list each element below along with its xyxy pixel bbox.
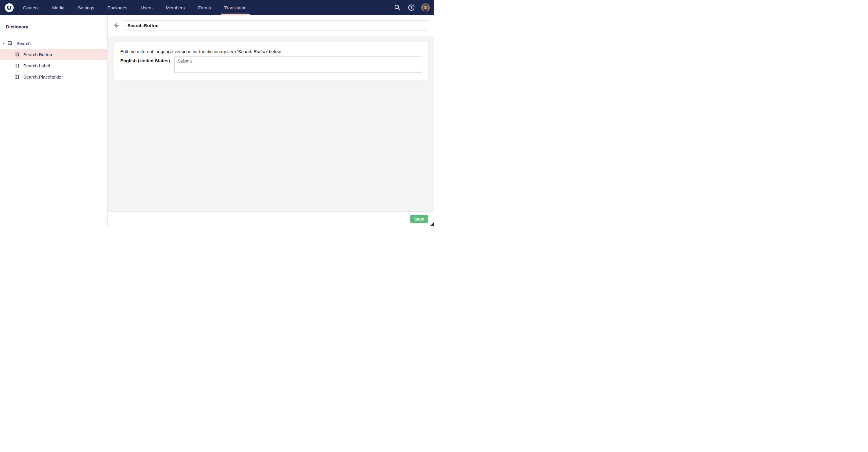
corner-artifact (430, 222, 434, 226)
tree-item-search-placeholder[interactable]: Search.Placeholder (0, 71, 107, 83)
tree-item-search-label[interactable]: Search.Label (0, 60, 107, 71)
umbraco-backoffice: Content Media Settings Packages Users Me… (0, 0, 434, 226)
top-navigation: Content Media Settings Packages Users Me… (0, 0, 434, 15)
tab-users[interactable]: Users (141, 0, 152, 15)
section-tabs: Content Media Settings Packages Users Me… (23, 0, 434, 15)
tab-media-label: Media (52, 5, 65, 10)
editor-panel: Edit the different language versions for… (108, 15, 434, 226)
editor-header (108, 15, 434, 36)
back-arrow-icon[interactable] (112, 21, 121, 30)
umbraco-logo-glyph (5, 3, 13, 12)
svg-text:?: ? (410, 5, 412, 10)
book-icon (14, 74, 20, 80)
search-icon[interactable] (394, 4, 401, 11)
book-icon (7, 40, 13, 46)
tab-content-label: Content (23, 5, 39, 10)
tree-item-label: Search (16, 41, 31, 46)
caret-down-icon[interactable]: ▾ (2, 42, 6, 45)
tab-packages-label: Packages (107, 5, 128, 10)
dictionary-tree: ▾ Search Search.Button Searc (0, 38, 107, 83)
description-item-name: Search.Button (238, 49, 267, 54)
tab-settings-label: Settings (78, 5, 94, 10)
help-icon[interactable]: ? (407, 4, 415, 11)
tree-item-label: Search.Button (23, 52, 52, 57)
tree-item-search-button[interactable]: Search.Button (0, 49, 107, 60)
book-icon (14, 63, 20, 69)
description-prefix: Edit the different language versions for… (120, 49, 238, 54)
translation-value-textarea[interactable]: Submit (175, 57, 422, 72)
tree-item-label: Search.Placeholder (23, 74, 63, 79)
user-avatar[interactable] (421, 3, 430, 12)
translation-card: Edit the different language versions for… (114, 42, 428, 80)
tree-item-search[interactable]: ▾ Search (0, 38, 107, 49)
language-row: English (United States) Submit (120, 57, 422, 72)
tab-content[interactable]: Content (23, 0, 39, 15)
tab-members-label: Members (166, 5, 185, 10)
tab-packages[interactable]: Packages (107, 0, 128, 15)
tab-users-label: Users (141, 5, 152, 10)
description-suffix: ' below (267, 49, 281, 54)
editor-content-area: Edit the different language versions for… (108, 36, 434, 212)
tab-forms-label: Forms (198, 5, 211, 10)
umbraco-logo-icon[interactable] (5, 3, 13, 12)
tree-item-label: Search.Label (23, 63, 50, 68)
tab-settings[interactable]: Settings (78, 0, 94, 15)
tab-media[interactable]: Media (52, 0, 65, 15)
tab-forms[interactable]: Forms (198, 0, 211, 15)
sidebar-title: Dictionary (6, 24, 107, 29)
tab-members[interactable]: Members (166, 0, 185, 15)
tab-translation[interactable]: Translation (224, 0, 247, 15)
save-button[interactable]: Save (410, 215, 428, 223)
dictionary-sidebar: Dictionary ▾ Search Search.Button (0, 15, 107, 226)
editor-footer: Save (108, 212, 434, 226)
tab-translation-label: Translation (224, 5, 247, 10)
book-icon (14, 52, 20, 57)
edit-description: Edit the different language versions for… (120, 49, 422, 54)
language-label: English (United States) (120, 57, 175, 72)
dictionary-item-name-input[interactable] (124, 20, 428, 31)
topnav-actions: ? (394, 0, 430, 15)
